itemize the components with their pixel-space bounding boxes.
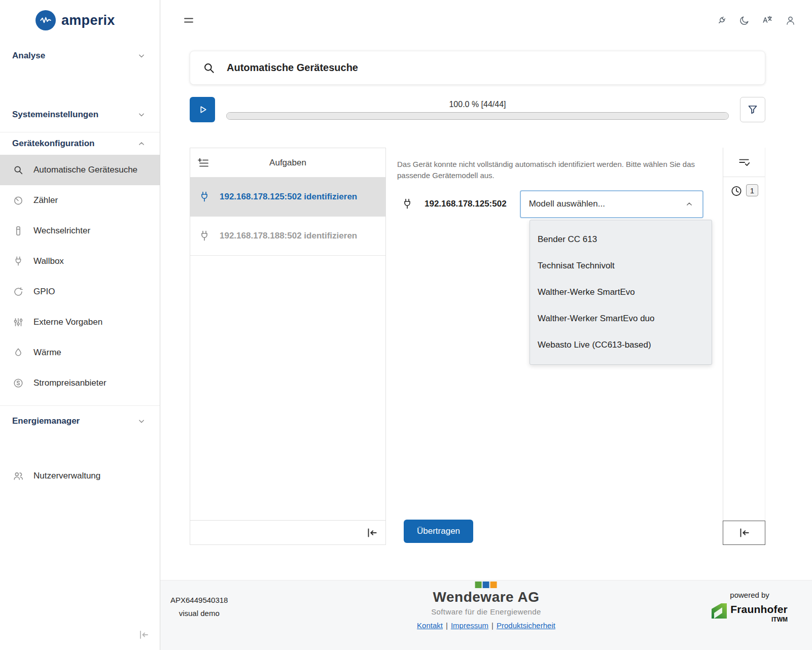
page-title: Automatische Gerätesuche xyxy=(227,62,358,74)
model-option[interactable]: Walther-Werker SmartEvo duo xyxy=(530,305,712,332)
list-check-icon[interactable] xyxy=(737,156,751,169)
link-separator: | xyxy=(446,621,448,630)
model-option[interactable]: Bender CC 613 xyxy=(530,226,712,253)
main-column: Automatische Gerätesuche 100.0 % [44/44] xyxy=(160,0,812,650)
sidebar-item-externe-vorgaben[interactable]: Externe Vorgaben xyxy=(0,307,160,337)
topbar-actions xyxy=(716,15,796,26)
sidebar-item-nutzerverwaltung[interactable]: Nutzerverwaltung xyxy=(0,461,160,491)
model-select[interactable]: Modell auswählen... xyxy=(520,190,703,218)
tasks-header-label: Aufgaben xyxy=(269,158,306,168)
kontakt-link[interactable]: Kontakt xyxy=(417,621,443,630)
workspace: Aufgaben 192.168.178.125:502 identifizie… xyxy=(190,148,765,545)
history-clock-icon[interactable] xyxy=(730,184,743,197)
model-option[interactable]: Walther-Werke SmartEvo xyxy=(530,279,712,305)
filter-button[interactable] xyxy=(740,97,765,122)
sidebar-item-label: Strompreisanbieter xyxy=(33,378,107,388)
scan-progress: 100.0 % [44/44] xyxy=(226,100,729,120)
plug-icon xyxy=(12,256,24,267)
link-separator: | xyxy=(491,621,493,630)
task-item[interactable]: 192.168.178.125:502 identifizieren xyxy=(190,178,385,217)
topbar xyxy=(160,0,812,41)
sidebar-item-label: Wärme xyxy=(33,348,61,358)
powered-by-block: powered by Fraunhofer ITWM xyxy=(712,591,788,623)
app-root: amperix Analyse Systemeinstellungen Gerä… xyxy=(0,0,812,650)
sidebar-item-automatische-geraetesuche[interactable]: Automatische Gerätesuche xyxy=(0,155,160,185)
price-icon xyxy=(12,378,24,389)
moon-icon[interactable] xyxy=(739,15,750,26)
content-area: Automatische Gerätesuche 100.0 % [44/44] xyxy=(160,41,812,580)
brand-name: amperix xyxy=(61,13,115,28)
progress-fill xyxy=(227,113,728,119)
tasks-panel-footer xyxy=(190,520,385,544)
demo-mode-label: visual demo xyxy=(170,609,228,618)
task-item[interactable]: 192.168.178.188:502 identifizieren xyxy=(190,217,385,256)
sidebar-item-label: Zähler xyxy=(33,195,58,206)
device-address: 192.168.178.125:502 xyxy=(425,199,507,209)
chevron-down-icon xyxy=(136,110,147,120)
sidebar-section-label: Analyse xyxy=(12,51,45,61)
chevron-up-icon xyxy=(136,139,147,149)
sidebar-item-wallbox[interactable]: Wallbox xyxy=(0,246,160,277)
progress-label: 100.0 % [44/44] xyxy=(226,100,729,109)
device-row: 192.168.178.125:502 Modell auswählen... xyxy=(397,190,713,218)
sidebar-nav: Analyse Systemeinstellungen Gerätekonfig… xyxy=(0,41,160,650)
chevron-down-icon xyxy=(136,416,147,426)
start-scan-button[interactable] xyxy=(190,97,215,122)
fraunhofer-institute: ITWM xyxy=(730,616,788,623)
collapse-tasks-button[interactable] xyxy=(365,526,378,539)
sidebar-item-label: GPIO xyxy=(33,287,55,297)
sidebar-item-zaehler[interactable]: Zähler xyxy=(0,185,160,216)
chevron-down-icon xyxy=(136,51,147,61)
heat-icon xyxy=(12,347,24,358)
produktsicherheit-link[interactable]: Produktsicherheit xyxy=(497,621,555,630)
model-option[interactable]: Technisat Technivolt xyxy=(530,253,712,279)
model-option[interactable]: Webasto Live (CC613-based) xyxy=(530,332,712,358)
impressum-link[interactable]: Impressum xyxy=(451,621,488,630)
user-icon[interactable] xyxy=(785,15,796,26)
connection-plug-icon[interactable] xyxy=(716,15,727,26)
history-count-badge: 1 xyxy=(746,184,758,196)
sidebar-section-label: Systemeinstellungen xyxy=(12,110,98,120)
playlist-add-icon[interactable] xyxy=(197,157,209,169)
fraunhofer-mark-icon xyxy=(712,603,727,619)
history-control: 1 xyxy=(730,184,758,197)
collapse-left-icon xyxy=(365,526,378,539)
sidebar-section-geraetekonfiguration[interactable]: Gerätekonfiguration xyxy=(0,132,160,155)
inverter-icon xyxy=(12,225,24,236)
sidebar-item-waerme[interactable]: Wärme xyxy=(0,337,160,368)
sidebar-item-gpio[interactable]: GPIO xyxy=(0,277,160,307)
users-icon xyxy=(12,470,24,482)
sidebar-item-wechselrichter[interactable]: Wechselrichter xyxy=(0,216,160,246)
company-tagline: Software für die Energiewende xyxy=(417,607,555,616)
fraunhofer-text: Fraunhofer ITWM xyxy=(730,603,788,623)
sidebar-item-label: Externe Vorgaben xyxy=(33,317,102,327)
task-label: 192.168.178.125:502 identifizieren xyxy=(220,192,357,202)
search-icon xyxy=(202,61,216,75)
sidebar-section-label: Gerätekonfiguration xyxy=(12,139,94,149)
sidebar-section-energiemanager[interactable]: Energiemanager xyxy=(0,410,160,432)
fraunhofer-name: Fraunhofer xyxy=(730,603,788,615)
plug-icon xyxy=(401,198,413,210)
translate-icon[interactable] xyxy=(762,15,773,26)
serial-number: APX6449540318 xyxy=(170,596,228,604)
uebertragen-button[interactable]: Übertragen xyxy=(404,520,473,543)
sidebar-section-analyse[interactable]: Analyse xyxy=(0,45,160,67)
filter-funnel-icon xyxy=(747,104,759,116)
side-rail: 1 xyxy=(723,148,765,545)
plug-icon xyxy=(198,191,210,203)
sliders-icon xyxy=(12,317,24,328)
sidebar-item-strompreisanbieter[interactable]: Strompreisanbieter xyxy=(0,368,160,398)
sidebar-collapse-button[interactable] xyxy=(137,629,150,641)
search-icon xyxy=(12,164,24,176)
device-detail-panel: Das Gerät konnte nicht vollständig autom… xyxy=(386,148,723,545)
play-icon xyxy=(196,103,209,116)
progress-bar xyxy=(226,112,729,120)
sidebar-section-systemeinstellungen[interactable]: Systemeinstellungen xyxy=(0,104,160,126)
device-serial-block: APX6449540318 visual demo xyxy=(170,596,228,618)
identify-message: Das Gerät konnte nicht vollständig autom… xyxy=(397,159,701,181)
hamburger-menu-icon[interactable] xyxy=(183,14,195,26)
sidebar: amperix Analyse Systemeinstellungen Gerä… xyxy=(0,0,160,650)
company-name: Wendeware AG xyxy=(417,589,555,605)
collapse-rail-button[interactable] xyxy=(737,526,751,539)
collapse-left-icon xyxy=(737,526,751,539)
